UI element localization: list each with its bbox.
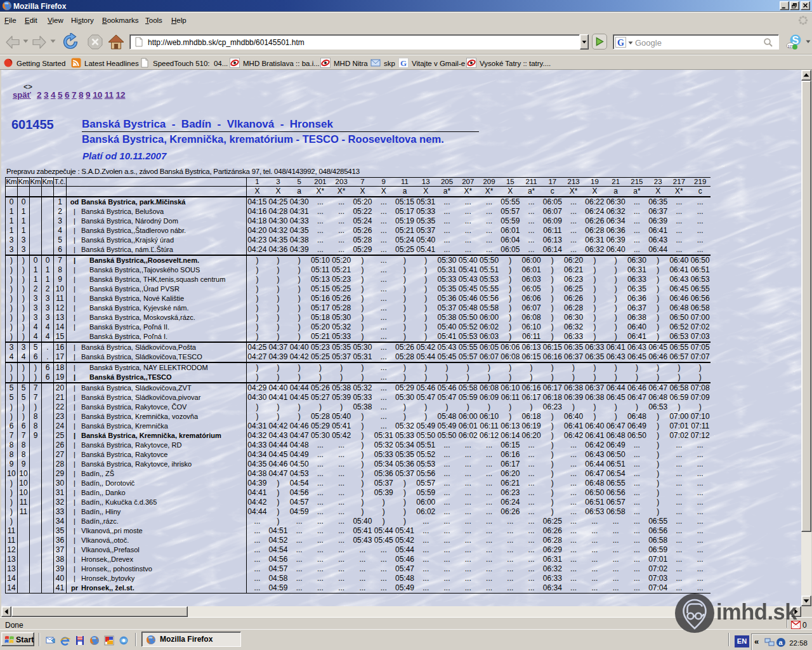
svg-text:G: G bbox=[400, 58, 407, 68]
svg-text:imhd.sk: imhd.sk bbox=[716, 600, 797, 624]
svg-text:G: G bbox=[617, 38, 624, 48]
